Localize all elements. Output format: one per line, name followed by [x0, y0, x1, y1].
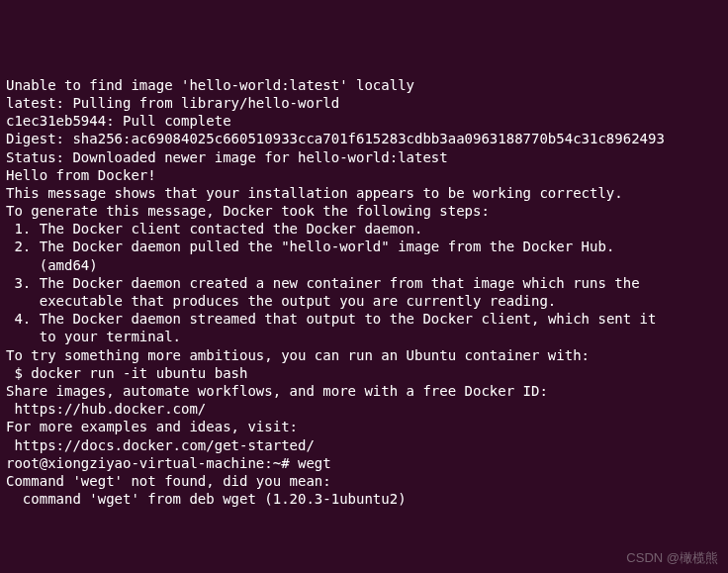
output-line: command 'wget' from deb wget (1.20.3-1ub…	[6, 490, 722, 508]
output-line: To generate this message, Docker took th…	[6, 202, 722, 220]
command-prompt-line[interactable]: root@xiongziyao-virtual-machine:~# wegt	[6, 454, 722, 472]
shell-prompt: root@xiongziyao-virtual-machine:~#	[6, 455, 298, 471]
terminal-output[interactable]: Unable to find image 'hello-world:latest…	[6, 76, 722, 509]
output-line: This message shows that your installatio…	[6, 184, 722, 202]
watermark-text: CSDN @橄榄熊	[626, 550, 718, 567]
typed-command: wegt	[298, 455, 331, 471]
output-line: to your terminal.	[6, 328, 722, 345]
output-line: Status: Downloaded newer image for hello…	[6, 148, 722, 166]
output-line: Share images, automate workflows, and mo…	[6, 382, 722, 400]
output-line: $ docker run -it ubuntu bash	[6, 364, 722, 382]
output-line: https://docs.docker.com/get-started/	[6, 436, 722, 454]
output-line: https://hub.docker.com/	[6, 400, 722, 418]
output-line: 2. The Docker daemon pulled the "hello-w…	[6, 238, 722, 255]
output-line: Command 'wegt' not found, did you mean:	[6, 472, 722, 490]
output-line: Hello from Docker!	[6, 166, 722, 184]
output-line: (amd64)	[6, 256, 722, 274]
output-line: 1. The Docker client contacted the Docke…	[6, 220, 722, 238]
output-line: executable that produces the output you …	[6, 292, 722, 310]
output-line: latest: Pulling from library/hello-world	[6, 94, 722, 112]
output-line: 3. The Docker daemon created a new conta…	[6, 274, 722, 292]
output-line: c1ec31eb5944: Pull complete	[6, 112, 722, 130]
output-line: 4. The Docker daemon streamed that outpu…	[6, 310, 722, 328]
output-line: Unable to find image 'hello-world:latest…	[6, 76, 722, 94]
output-line: Digest: sha256:ac69084025c660510933cca70…	[6, 130, 722, 147]
output-line: For more examples and ideas, visit:	[6, 418, 722, 435]
output-line: To try something more ambitious, you can…	[6, 346, 722, 364]
